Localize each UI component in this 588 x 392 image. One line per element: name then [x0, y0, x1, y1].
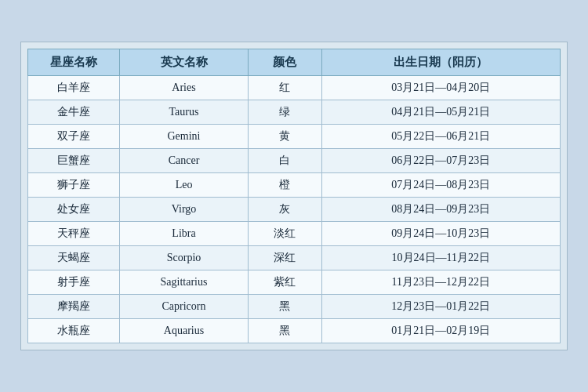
cell-english: Libra [120, 222, 249, 246]
header-chinese-name: 星座名称 [28, 49, 120, 76]
cell-color: 红 [248, 76, 321, 100]
cell-chinese: 射手座 [28, 270, 120, 295]
table-header-row: 星座名称 英文名称 颜色 出生日期（阳历） [28, 49, 561, 76]
cell-color: 淡红 [248, 222, 321, 246]
cell-chinese: 白羊座 [28, 76, 120, 100]
header-english-name: 英文名称 [120, 49, 249, 76]
zodiac-table: 星座名称 英文名称 颜色 出生日期（阳历） 白羊座Aries红03月21日—04… [27, 49, 561, 343]
cell-english: Aries [120, 76, 249, 100]
cell-color: 深红 [248, 246, 321, 270]
table-row: 金牛座Taurus绿04月21日—05月21日 [28, 100, 561, 125]
cell-date: 01月21日—02月19日 [321, 319, 560, 343]
table-row: 白羊座Aries红03月21日—04月20日 [28, 76, 561, 100]
cell-english: Sagittarius [120, 270, 249, 295]
cell-chinese: 天秤座 [28, 222, 120, 246]
table-row: 水瓶座Aquarius黑01月21日—02月19日 [28, 319, 561, 343]
table-container: 星座名称 英文名称 颜色 出生日期（阳历） 白羊座Aries红03月21日—04… [20, 42, 568, 350]
header-color: 颜色 [248, 49, 321, 76]
cell-chinese: 水瓶座 [28, 319, 120, 343]
cell-date: 12月23日—01月22日 [321, 295, 560, 319]
table-row: 巨蟹座Cancer白06月22日—07月23日 [28, 149, 561, 173]
cell-chinese: 巨蟹座 [28, 149, 120, 173]
cell-english: Cancer [120, 149, 249, 173]
table-row: 摩羯座Capricorn黑12月23日—01月22日 [28, 295, 561, 319]
table-row: 天秤座Libra淡红09月24日—10月23日 [28, 222, 561, 246]
cell-color: 紫红 [248, 270, 321, 295]
cell-date: 09月24日—10月23日 [321, 222, 560, 246]
cell-date: 11月23日—12月22日 [321, 270, 560, 295]
cell-chinese: 金牛座 [28, 100, 120, 125]
cell-date: 05月22日—06月21日 [321, 125, 560, 149]
cell-chinese: 天蝎座 [28, 246, 120, 270]
cell-date: 04月21日—05月21日 [321, 100, 560, 125]
cell-english: Taurus [120, 100, 249, 125]
cell-chinese: 摩羯座 [28, 295, 120, 319]
cell-color: 灰 [248, 198, 321, 222]
cell-date: 06月22日—07月23日 [321, 149, 560, 173]
cell-color: 橙 [248, 173, 321, 198]
cell-chinese: 狮子座 [28, 173, 120, 198]
cell-color: 白 [248, 149, 321, 173]
cell-chinese: 处女座 [28, 198, 120, 222]
table-row: 处女座Virgo灰08月24日—09月23日 [28, 198, 561, 222]
cell-date: 08月24日—09月23日 [321, 198, 560, 222]
table-row: 天蝎座Scorpio深红10月24日—11月22日 [28, 246, 561, 270]
cell-english: Gemini [120, 125, 249, 149]
cell-english: Aquarius [120, 319, 249, 343]
table-row: 狮子座Leo橙07月24日—08月23日 [28, 173, 561, 198]
cell-english: Capricorn [120, 295, 249, 319]
header-date: 出生日期（阳历） [321, 49, 560, 76]
cell-date: 10月24日—11月22日 [321, 246, 560, 270]
cell-english: Scorpio [120, 246, 249, 270]
cell-color: 黑 [248, 319, 321, 343]
cell-chinese: 双子座 [28, 125, 120, 149]
cell-english: Leo [120, 173, 249, 198]
cell-color: 绿 [248, 100, 321, 125]
cell-date: 03月21日—04月20日 [321, 76, 560, 100]
cell-color: 黑 [248, 295, 321, 319]
table-row: 双子座Gemini黄05月22日—06月21日 [28, 125, 561, 149]
cell-date: 07月24日—08月23日 [321, 173, 560, 198]
table-row: 射手座Sagittarius紫红11月23日—12月22日 [28, 270, 561, 295]
cell-english: Virgo [120, 198, 249, 222]
cell-color: 黄 [248, 125, 321, 149]
